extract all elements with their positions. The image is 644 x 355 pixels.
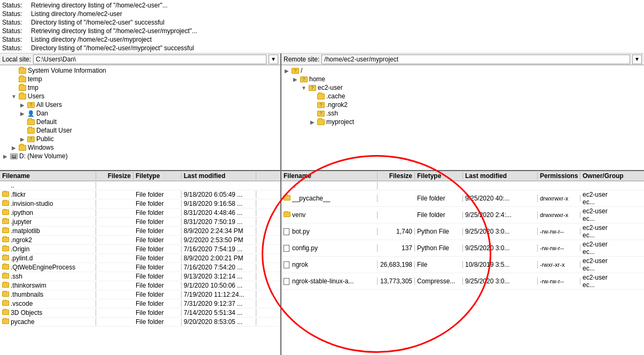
tree-expand-icon[interactable]: ▶ bbox=[10, 145, 18, 151]
remote-site-dropdown[interactable]: ▼ bbox=[632, 55, 642, 64]
tree-expand-icon[interactable]: ▶ bbox=[18, 111, 27, 117]
tree-item[interactable]: ▶?Public bbox=[0, 135, 280, 143]
file-modified: 7/19/2020 11:12:24... bbox=[182, 291, 256, 298]
tree-expand-icon[interactable]: ▶ bbox=[282, 68, 291, 74]
tree-item[interactable]: ▶?All Users bbox=[0, 101, 280, 109]
file-row[interactable]: .thumbnailsFile folder7/19/2020 11:12:24… bbox=[0, 290, 280, 299]
tree-expand-icon[interactable]: ▶ bbox=[308, 119, 317, 125]
tree-expand-icon[interactable]: ▶ bbox=[291, 76, 300, 82]
file-owner: ec2-user ec... bbox=[580, 207, 623, 222]
file-row[interactable]: .OriginFile folder7/16/2020 7:54:19 ... bbox=[0, 245, 280, 254]
remote-tree-area[interactable]: ▶?/▶?home▼?ec2-user.cache?.ngrok2?.ssh▶m… bbox=[281, 65, 644, 170]
file-row[interactable]: .. bbox=[0, 181, 280, 190]
file-permissions: drwxrwxr-x bbox=[538, 195, 580, 202]
file-row[interactable]: venvFile folder9/25/2020 2:4:...drwxrwxr… bbox=[281, 207, 644, 223]
remote-col-header-filetype: Filetype bbox=[415, 172, 463, 180]
file-name-cell: .vscode bbox=[0, 300, 96, 307]
col-header-modified: Last modified bbox=[182, 172, 256, 180]
tree-item[interactable]: Default bbox=[0, 118, 280, 126]
file-row[interactable]: .pylint.dFile folder8/9/2020 2:00:21 PM bbox=[0, 254, 280, 263]
local-tree-area[interactable]: System Volume Informationtemptmp▼Users▶?… bbox=[0, 65, 280, 170]
file-row[interactable]: .ngrok2File folder9/2/2020 2:53:50 PM bbox=[0, 236, 280, 245]
status-row: Status:Listing directory /home/ec2-user/… bbox=[2, 35, 642, 44]
tree-expand-icon[interactable]: ▶ bbox=[1, 153, 10, 159]
file-permissions: -rwxr-xr-x bbox=[538, 261, 580, 268]
file-row[interactable]: bot.py1,740Python File9/25/2020 3:0...-r… bbox=[281, 223, 644, 240]
tree-item[interactable]: ▶Windows bbox=[0, 143, 280, 152]
remote-site-path[interactable] bbox=[321, 55, 630, 64]
tree-item[interactable]: .cache bbox=[281, 92, 644, 101]
local-site-path[interactable] bbox=[33, 55, 266, 64]
file-type: File folder bbox=[133, 218, 182, 226]
file-row[interactable]: .sshFile folder9/13/2020 3:12:14 ... bbox=[0, 272, 280, 281]
file-folder-icon bbox=[2, 273, 9, 279]
file-modified: 9/25/2020 3:0... bbox=[463, 277, 538, 285]
file-modified: 8/9/2020 2:24:34 PM bbox=[182, 227, 256, 235]
file-modified: 8/9/2020 2:00:21 PM bbox=[182, 254, 256, 262]
file-owner: ec2-user ec... bbox=[580, 191, 623, 206]
tree-expand-icon[interactable]: ▼ bbox=[300, 85, 308, 91]
remote-col-header-perms: Permissions bbox=[538, 172, 580, 180]
tree-item[interactable]: Default User bbox=[0, 126, 280, 135]
tree-item[interactable]: ▶🖴D: (New Volume) bbox=[0, 152, 280, 160]
folder-icon bbox=[19, 76, 26, 82]
status-text: Directory listing of "/home/ec2-user" su… bbox=[31, 18, 164, 27]
local-file-list[interactable]: ...flickrFile folder9/18/2020 6:05:49 ..… bbox=[0, 181, 280, 355]
tree-expand-icon[interactable]: ▶ bbox=[18, 136, 27, 142]
file-row[interactable]: .matplotlibFile folder8/9/2020 2:24:34 P… bbox=[0, 227, 280, 236]
tree-expand-icon[interactable]: ▼ bbox=[10, 94, 18, 99]
file-modified: 9/18/2020 9:16:58 ... bbox=[182, 200, 256, 207]
file-row[interactable]: .ipythonFile folder8/31/2020 4:48:46 ... bbox=[0, 209, 280, 218]
file-row[interactable]: .QtWebEngineProcessFile folder7/16/2020 … bbox=[0, 263, 280, 272]
local-files-header: Filename Filesize Filetype Last modified bbox=[0, 171, 280, 181]
file-type: File folder bbox=[133, 209, 182, 217]
file-type: File folder bbox=[133, 227, 182, 235]
folder-icon bbox=[19, 145, 26, 151]
tree-item[interactable]: ▶?/ bbox=[281, 66, 644, 75]
main-container: Status:Retrieving directory listing of "… bbox=[0, 0, 644, 355]
file-row[interactable]: 3D ObjectsFile folder7/14/2020 5:51:34 .… bbox=[0, 308, 280, 318]
file-row[interactable]: .thinkorswimFile folder9/1/2020 10:50:06… bbox=[0, 281, 280, 290]
tree-item[interactable]: ▶myproject bbox=[281, 118, 644, 126]
tree-item[interactable]: ?.ngrok2 bbox=[281, 101, 644, 109]
remote-col-header-filesize: Filesize bbox=[378, 172, 415, 180]
tree-item-label: Windows bbox=[28, 144, 54, 151]
tree-item[interactable]: temp bbox=[0, 75, 280, 83]
file-row[interactable]: __pycache__File folder9/25/2020 40:...dr… bbox=[281, 190, 644, 207]
tree-item[interactable]: ▶?home bbox=[281, 75, 644, 83]
file-row[interactable]: .jupyterFile folder8/31/2020 7:50:19 ... bbox=[0, 218, 280, 227]
file-row[interactable]: .vscodeFile folder7/31/2020 9:12:37 ... bbox=[0, 299, 280, 308]
tree-expand-icon[interactable]: ▶ bbox=[18, 102, 27, 108]
tree-item-label: .ngrok2 bbox=[326, 101, 348, 109]
tree-item[interactable]: tmp bbox=[0, 83, 280, 92]
file-type: File folder bbox=[133, 200, 182, 207]
file-name: .thumbnails bbox=[11, 291, 43, 298]
file-type: File bbox=[415, 261, 463, 268]
tree-item-label: .cache bbox=[326, 92, 345, 100]
folder-icon: ? bbox=[300, 76, 308, 82]
tree-item[interactable]: System Volume Information bbox=[0, 66, 280, 75]
tree-item[interactable]: ?.ssh bbox=[281, 109, 644, 118]
tree-item[interactable]: ▼Users bbox=[0, 92, 280, 101]
tree-item[interactable]: ▼?ec2-user bbox=[281, 83, 644, 92]
col-header-filesize: Filesize bbox=[96, 172, 133, 180]
file-name-cell: .thumbnails bbox=[0, 291, 96, 298]
file-row[interactable]: pycacheFile folder9/20/2020 8:53:05 ... bbox=[0, 318, 280, 327]
file-row[interactable]: config.py137Python File9/25/2020 3:0...-… bbox=[281, 240, 644, 257]
file-row[interactable]: .. bbox=[281, 181, 644, 190]
folder-icon bbox=[19, 85, 26, 91]
file-modified: 9/25/2020 3:0... bbox=[463, 244, 538, 252]
tree-item[interactable]: ▶👤Dan bbox=[0, 109, 280, 118]
file-row[interactable]: ngrok26,683,198File10/8/2019 3:5...-rwxr… bbox=[281, 257, 644, 273]
file-row[interactable]: ngrok-stable-linux-a...13,773,305Compres… bbox=[281, 273, 644, 290]
tree-item-label: System Volume Information bbox=[28, 67, 106, 74]
local-site-dropdown[interactable]: ▼ bbox=[269, 55, 278, 64]
file-owner: ec2-user ec... bbox=[580, 274, 623, 289]
file-row[interactable]: .invision-studioFile folder9/18/2020 9:1… bbox=[0, 199, 280, 209]
tree-item-label: home bbox=[309, 75, 325, 83]
file-type: File folder bbox=[133, 245, 182, 253]
file-name-cell: pycache bbox=[0, 318, 96, 326]
remote-file-list[interactable]: ..__pycache__File folder9/25/2020 40:...… bbox=[281, 181, 644, 355]
file-row[interactable]: .flickrFile folder9/18/2020 6:05:49 ... bbox=[0, 190, 280, 199]
file-doc-icon bbox=[284, 261, 289, 268]
